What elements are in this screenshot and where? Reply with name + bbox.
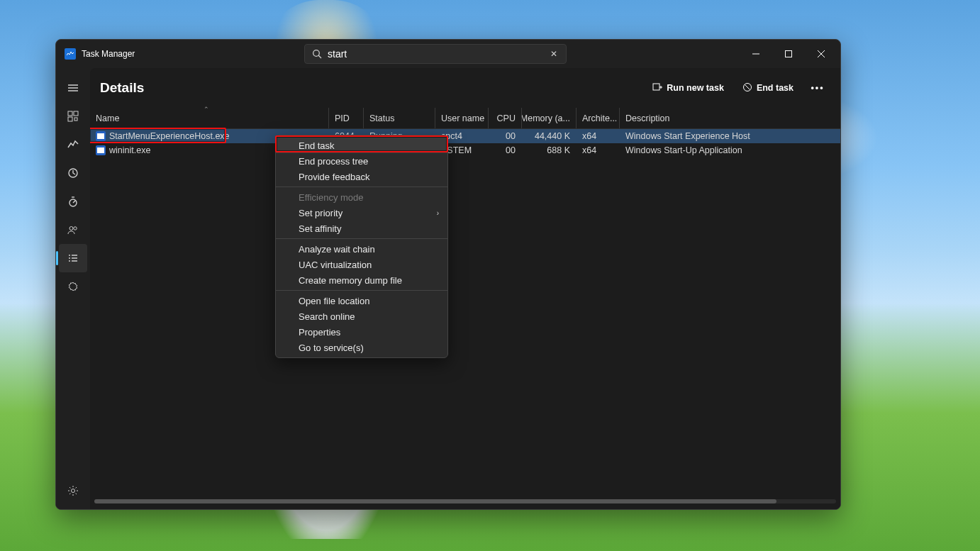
svg-rect-9 <box>68 111 72 116</box>
search-icon <box>312 49 322 59</box>
ctx-open-file-location[interactable]: Open file location <box>276 293 447 308</box>
svg-line-30 <box>745 84 750 89</box>
svg-rect-10 <box>74 111 78 116</box>
nav-startup-icon[interactable] <box>59 187 87 216</box>
ctx-end-process-tree[interactable]: End process tree <box>276 153 447 169</box>
ctx-analyze-wait-chain[interactable]: Analyze wait chain <box>276 241 447 257</box>
svg-rect-12 <box>74 118 77 121</box>
horizontal-scrollbar[interactable] <box>94 496 836 506</box>
search-box[interactable]: ✕ <box>304 44 567 64</box>
app-icon <box>65 48 76 60</box>
details-grid[interactable]: StartMenuExperienceHost.exe 6044 Running… <box>90 129 840 496</box>
ctx-create-dump[interactable]: Create memory dump file <box>276 272 447 288</box>
nav-performance-icon[interactable] <box>59 130 87 159</box>
nav-details-icon[interactable] <box>59 244 87 272</box>
svg-rect-32 <box>97 148 104 153</box>
cell-desc: Windows Start Experience Host <box>620 131 840 141</box>
search-input[interactable] <box>322 48 546 60</box>
chevron-right-icon: › <box>437 209 439 217</box>
ctx-separator <box>276 238 447 239</box>
svg-point-17 <box>69 227 73 230</box>
minimize-button[interactable] <box>740 40 772 68</box>
window-title: Task Manager <box>82 49 135 59</box>
sidebar <box>56 68 90 509</box>
svg-rect-11 <box>68 117 72 121</box>
svg-rect-31 <box>97 133 104 139</box>
svg-line-15 <box>73 201 75 203</box>
titlebar: Task Manager ✕ <box>56 40 840 68</box>
nav-processes-icon[interactable] <box>59 102 87 130</box>
nav-users-icon[interactable] <box>59 216 87 244</box>
cell-arch: x64 <box>577 131 619 141</box>
svg-line-1 <box>318 55 321 58</box>
run-task-icon <box>652 82 662 94</box>
ctx-properties[interactable]: Properties <box>276 324 447 340</box>
col-architecture[interactable]: Archite... <box>577 113 619 123</box>
more-options-button[interactable]: ••• <box>805 77 830 99</box>
col-pid[interactable]: PID <box>329 113 363 123</box>
breadcrumb: Details Run new task End task <box>90 68 840 108</box>
svg-rect-26 <box>653 84 659 90</box>
end-task-button[interactable]: End task <box>735 77 801 99</box>
hamburger-icon[interactable] <box>59 74 87 102</box>
svg-rect-3 <box>786 51 792 57</box>
ellipsis-icon: ••• <box>811 83 824 93</box>
nav-services-icon[interactable] <box>59 272 87 301</box>
process-icon <box>96 131 106 141</box>
run-new-task-label: Run new task <box>667 83 724 93</box>
ctx-provide-feedback[interactable]: Provide feedback <box>276 169 447 184</box>
ctx-set-priority[interactable]: Set priority› <box>276 205 447 221</box>
svg-point-18 <box>74 227 77 230</box>
end-task-icon <box>742 82 752 94</box>
end-task-label: End task <box>757 83 794 93</box>
main-panel: Details Run new task End task <box>90 68 840 509</box>
col-description[interactable]: Description <box>620 113 840 123</box>
context-menu: End task End process tree Provide feedba… <box>275 135 448 358</box>
cell-name: StartMenuExperienceHost.exe <box>109 131 230 141</box>
cell-mem: 44,440 K <box>522 131 576 141</box>
ctx-end-task[interactable]: End task <box>276 138 447 153</box>
col-name[interactable]: Name <box>90 113 328 123</box>
ctx-search-online[interactable]: Search online <box>276 308 447 324</box>
svg-point-21 <box>69 257 70 259</box>
process-icon <box>96 145 106 155</box>
col-status[interactable]: Status <box>364 113 435 123</box>
nav-app-history-icon[interactable] <box>59 159 87 187</box>
ctx-separator <box>276 290 447 291</box>
details-header: Name ⌃ PID Status User name CPU Memory (… <box>90 108 840 129</box>
cell-cpu: 00 <box>489 145 521 155</box>
svg-point-25 <box>72 489 75 493</box>
settings-gear-icon[interactable] <box>59 477 87 505</box>
sort-indicator-icon: ⌃ <box>204 106 209 113</box>
col-cpu[interactable]: CPU <box>489 113 521 123</box>
page-title: Details <box>100 80 144 96</box>
cell-name: wininit.exe <box>109 145 150 155</box>
ctx-go-to-services[interactable]: Go to service(s) <box>276 340 447 355</box>
cell-arch: x64 <box>577 145 619 155</box>
ctx-separator <box>276 187 447 187</box>
ctx-uac-virtualization[interactable]: UAC virtualization <box>276 257 447 272</box>
close-button[interactable] <box>805 40 837 68</box>
task-manager-window: Task Manager ✕ <box>55 39 841 510</box>
cell-cpu: 00 <box>489 131 521 141</box>
ctx-efficiency-mode: Efficiency mode <box>276 189 447 205</box>
svg-point-19 <box>69 255 70 256</box>
run-new-task-button[interactable]: Run new task <box>645 77 731 99</box>
clear-search-icon[interactable]: ✕ <box>546 49 562 59</box>
cell-desc: Windows Start-Up Application <box>620 145 840 155</box>
col-user[interactable]: User name <box>435 113 488 123</box>
table-row[interactable]: wininit.exe YSTEM 00 688 K x64 Windows S <box>90 143 840 157</box>
ctx-set-affinity[interactable]: Set affinity <box>276 221 447 236</box>
col-memory[interactable]: Memory (a... <box>522 113 576 123</box>
cell-mem: 688 K <box>522 145 576 155</box>
svg-point-0 <box>313 50 320 57</box>
table-row[interactable]: StartMenuExperienceHost.exe 6044 Running… <box>90 129 840 143</box>
svg-point-23 <box>69 260 70 262</box>
maximize-button[interactable] <box>772 40 805 68</box>
scrollbar-thumb[interactable] <box>94 499 776 503</box>
